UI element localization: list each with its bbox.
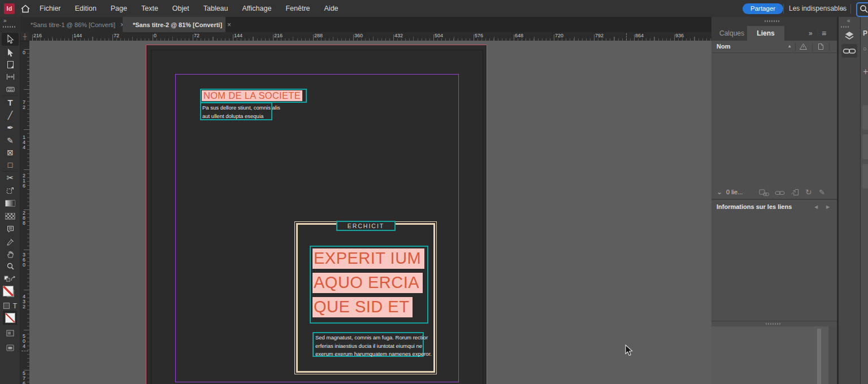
close-icon[interactable]: × bbox=[227, 21, 231, 29]
line-tool-icon[interactable]: ╱ bbox=[2, 109, 19, 121]
warning-column-icon[interactable] bbox=[799, 43, 808, 50]
tagline-text-frame[interactable]: Pa sus dellore stiunt, comnis alis aut u… bbox=[200, 102, 272, 120]
next-link-icon[interactable]: ▶ bbox=[826, 204, 830, 210]
selected-links-count: 0 lie... bbox=[726, 189, 743, 195]
tab-title: *Sans titre-1 @ 86% [Converti] bbox=[31, 21, 115, 28]
frame-tool-icon[interactable]: ⊠ bbox=[2, 146, 19, 158]
go-to-link-icon[interactable] bbox=[791, 189, 799, 196]
hruler-label: 144 bbox=[73, 33, 82, 38]
clipped-panel-label: P bbox=[863, 29, 867, 37]
menu-tableau[interactable]: Tableau bbox=[203, 5, 228, 12]
home-icon[interactable] bbox=[21, 5, 30, 13]
body-text-frame[interactable]: Sed magnatust, comnis am fuga. Rorum rec… bbox=[313, 332, 424, 357]
expand-panels-icon[interactable]: « bbox=[847, 18, 850, 24]
view-options-icon[interactable] bbox=[2, 342, 19, 354]
panel-resize-bar[interactable] bbox=[711, 321, 837, 326]
menu-objet[interactable]: Objet bbox=[172, 5, 189, 12]
panel-resize-grip[interactable] bbox=[766, 323, 782, 325]
tab-liens[interactable]: Liens bbox=[747, 26, 784, 41]
update-link-icon[interactable]: ↻ bbox=[805, 187, 812, 197]
links-panel-icon[interactable] bbox=[841, 44, 857, 58]
direct-selection-tool-icon[interactable] bbox=[2, 47, 19, 59]
company-name-text-frame[interactable]: NOM DE LA SOCIETE bbox=[200, 89, 307, 103]
menu-affichage[interactable]: Affichage bbox=[242, 5, 272, 12]
tools-panel-header[interactable]: » bbox=[0, 17, 20, 32]
dock-grip-handle[interactable] bbox=[841, 26, 850, 28]
note-tool-icon[interactable] bbox=[2, 223, 19, 235]
menu-aide[interactable]: Aide bbox=[324, 5, 338, 12]
tab-sans-titre-1[interactable]: *Sans titre-1 @ 86% [Converti] × bbox=[20, 17, 123, 32]
rectangle-tool-icon[interactable]: □ bbox=[2, 159, 19, 171]
hruler-label: 864 bbox=[635, 33, 644, 38]
tagline-line-1: Pa sus dellore stiunt, comnis alis bbox=[202, 104, 270, 112]
default-swap-colors-icons[interactable] bbox=[2, 273, 19, 285]
panel-menu-icon[interactable]: ≡ bbox=[822, 29, 826, 38]
pencil-tool-icon[interactable]: ✎ bbox=[2, 134, 19, 146]
menu-edition[interactable]: Edition bbox=[75, 5, 97, 12]
clipped-plus-icon[interactable]: + bbox=[863, 67, 868, 77]
content-collector-tool-icon[interactable] bbox=[2, 83, 19, 95]
free-transform-tool-icon[interactable] bbox=[2, 185, 19, 197]
icon-dock: « bbox=[839, 17, 860, 384]
vruler-label: 504 bbox=[21, 334, 27, 349]
relink-cc-libraries-icon[interactable] bbox=[759, 189, 769, 197]
headline-text-frame[interactable]: EXPERIT IUM AQUO ERCIA QUE SID ET bbox=[310, 246, 428, 324]
formatting-affects-row[interactable]: T bbox=[2, 300, 19, 312]
search-button[interactable] bbox=[856, 2, 868, 17]
layers-panel-icon[interactable] bbox=[844, 30, 855, 41]
swap-fill-stroke-icon bbox=[10, 276, 16, 282]
links-column-header[interactable]: Nom ▴ bbox=[711, 41, 837, 53]
tools-panel: T ╱ ✒ ✎ ⊠ □ ✂ T bbox=[0, 32, 20, 384]
formatting-container-icon[interactable] bbox=[3, 303, 10, 309]
fill-color-swatch[interactable] bbox=[3, 286, 14, 296]
selection-tool-icon[interactable] bbox=[2, 33, 19, 46]
tab-sans-titre-2[interactable]: *Sans titre-2 @ 81% [Converti] × bbox=[123, 17, 225, 32]
panel-drag-bar[interactable] bbox=[711, 17, 837, 26]
hruler-label: 72 bbox=[114, 33, 119, 38]
stroke-color-swatch[interactable] bbox=[3, 311, 17, 325]
name-column-label[interactable]: Nom bbox=[717, 43, 730, 50]
chevron-down-icon[interactable]: ⌄ bbox=[717, 188, 722, 196]
workspace-switcher[interactable]: Les indispensables bbox=[789, 5, 847, 12]
pen-tool-icon[interactable]: ✒ bbox=[2, 121, 19, 133]
hruler-label: 0 bbox=[154, 33, 157, 38]
menu-fichier[interactable]: Fichier bbox=[40, 5, 61, 12]
menu-texte[interactable]: Texte bbox=[141, 5, 158, 12]
edit-original-icon[interactable]: ✎ bbox=[819, 188, 825, 197]
dock-scrollbar[interactable] bbox=[817, 329, 821, 384]
relink-icon[interactable] bbox=[775, 190, 785, 196]
scissors-tool-icon[interactable]: ✂ bbox=[2, 172, 19, 184]
document-canvas[interactable]: NOM DE LA SOCIETE Pa sus dellore stiunt,… bbox=[29, 41, 711, 384]
hand-tool-icon[interactable] bbox=[2, 248, 19, 260]
tab-calques[interactable]: Calques bbox=[719, 29, 744, 37]
zoom-tool-icon[interactable] bbox=[2, 260, 19, 272]
menu-page[interactable]: Page bbox=[111, 5, 127, 12]
panel-grip-handle[interactable] bbox=[765, 20, 779, 22]
formatting-text-icon[interactable]: T bbox=[13, 302, 17, 310]
share-button[interactable]: Partager bbox=[743, 3, 783, 14]
vruler-label: 144 bbox=[21, 135, 27, 150]
vruler-label: 432 bbox=[21, 294, 27, 309]
page-column-icon[interactable] bbox=[818, 43, 824, 50]
screen-mode-icon[interactable] bbox=[2, 327, 19, 339]
horizontal-ruler[interactable]: 216 144 72 0 72 144 216 288 360 432 504 … bbox=[29, 32, 711, 41]
vruler-label: 576 bbox=[21, 371, 27, 384]
sort-icon[interactable]: ▴ bbox=[788, 43, 791, 49]
panel-tab-row: Calques Liens » ≡ bbox=[711, 26, 837, 41]
collapse-panel-icon[interactable]: » bbox=[3, 18, 7, 24]
link-info-header[interactable]: Informations sur les liens ◀ ▶ bbox=[711, 199, 837, 213]
vertical-ruler[interactable]: 0 72 144 216 288 360 432 504 576 bbox=[20, 41, 29, 384]
collapse-panel-icon[interactable]: » bbox=[809, 29, 813, 37]
page-tool-icon[interactable] bbox=[2, 59, 19, 71]
previous-link-icon[interactable]: ◀ bbox=[814, 204, 818, 210]
menu-fenetre[interactable]: Fenêtre bbox=[285, 5, 310, 12]
tools-grip-handle[interactable] bbox=[3, 26, 16, 28]
gap-tool-icon[interactable] bbox=[2, 71, 19, 82]
badge-text-frame[interactable]: ERCHICIT bbox=[336, 221, 396, 231]
gradient-feather-tool-icon[interactable] bbox=[2, 210, 19, 222]
ruler-origin-corner[interactable]: ┼ bbox=[20, 32, 29, 41]
type-tool-icon[interactable]: T bbox=[2, 97, 19, 108]
eyedropper-tool-icon[interactable] bbox=[2, 236, 19, 248]
body-line-3: exerum exerum harumquatem namenes expero… bbox=[315, 350, 421, 359]
gradient-swatch-tool-icon[interactable] bbox=[2, 197, 19, 209]
